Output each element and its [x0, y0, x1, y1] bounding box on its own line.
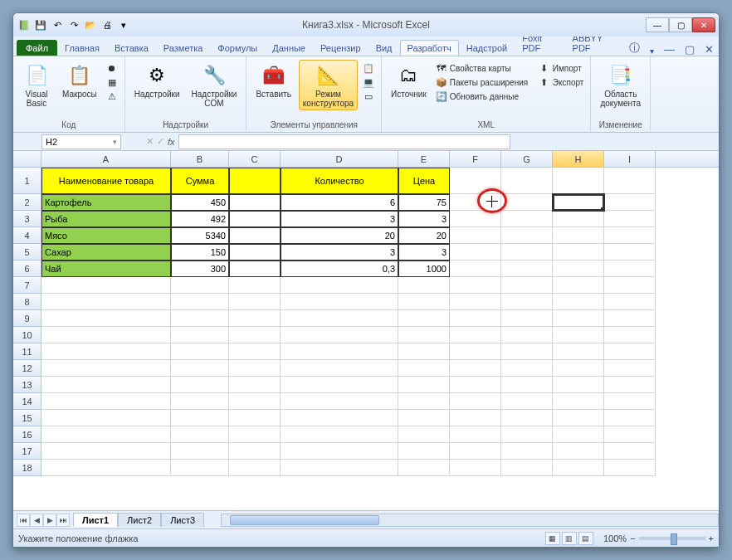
cell-B12[interactable]: [171, 360, 229, 377]
cell-G6[interactable]: [501, 261, 553, 277]
cell-F6[interactable]: [450, 261, 501, 277]
cell-D5[interactable]: 3: [281, 244, 398, 261]
cell-G17[interactable]: [501, 443, 553, 460]
cell-A12[interactable]: [41, 360, 171, 377]
open-icon[interactable]: 📂: [83, 17, 98, 32]
cell-E5[interactable]: 3: [398, 244, 450, 261]
cell-A10[interactable]: [41, 327, 171, 343]
cell-G10[interactable]: [501, 327, 553, 343]
document-panel-button[interactable]: 📑 Область документа: [596, 60, 645, 110]
cell-G1[interactable]: [501, 168, 553, 194]
accept-formula-icon[interactable]: ✓: [157, 136, 164, 147]
cell-D16[interactable]: [281, 426, 398, 443]
print-icon[interactable]: 🖨: [100, 17, 115, 32]
cell-D12[interactable]: [281, 360, 398, 377]
cell-H9[interactable]: [553, 310, 604, 327]
cell-D4[interactable]: 20: [281, 227, 398, 244]
cell-F17[interactable]: [450, 443, 501, 460]
tab-home[interactable]: Главная: [57, 40, 107, 56]
cell-D15[interactable]: [281, 410, 398, 426]
cell-E8[interactable]: [398, 294, 450, 310]
cell-I6[interactable]: [604, 261, 656, 277]
cell-H16[interactable]: [553, 426, 604, 443]
source-button[interactable]: 🗂 Источник: [387, 60, 431, 101]
cell-D2[interactable]: 6: [281, 194, 398, 211]
cell-G3[interactable]: [501, 211, 553, 227]
doc-max-icon[interactable]: ▢: [680, 43, 700, 56]
cell-A14[interactable]: [41, 393, 171, 410]
cell-B10[interactable]: [171, 327, 229, 343]
cell-D7[interactable]: [281, 277, 398, 294]
cell-H4[interactable]: [553, 227, 604, 244]
cell-A5[interactable]: Сахар: [41, 244, 171, 261]
relative-ref-button[interactable]: ▦: [105, 75, 120, 89]
cell-E16[interactable]: [398, 426, 450, 443]
row-header-6[interactable]: 6: [13, 261, 41, 277]
cell-D17[interactable]: [281, 443, 398, 460]
cell-D10[interactable]: [281, 327, 398, 343]
cell-G14[interactable]: [501, 393, 553, 410]
cell-B3[interactable]: 492: [171, 211, 229, 227]
cell-A17[interactable]: [41, 443, 171, 460]
row-header-10[interactable]: 10: [13, 327, 41, 343]
cell-D3[interactable]: 3: [281, 211, 398, 227]
cell-H10[interactable]: [553, 327, 604, 343]
cell-C12[interactable]: [229, 360, 281, 377]
cell-E17[interactable]: [398, 443, 450, 460]
insert-control-button[interactable]: 🧰 Вставить: [251, 60, 295, 101]
view-pagebreak-button[interactable]: ▤: [578, 532, 593, 545]
sheet-tab-2[interactable]: Лист2: [118, 513, 161, 527]
doc-min-icon[interactable]: —: [659, 43, 680, 56]
cell-B9[interactable]: [171, 310, 229, 327]
cell-G11[interactable]: [501, 343, 553, 360]
col-header-F[interactable]: F: [450, 151, 501, 167]
row-header-16[interactable]: 16: [13, 426, 41, 443]
view-normal-button[interactable]: ▦: [545, 532, 560, 545]
cell-E7[interactable]: [398, 277, 450, 294]
cell-G18[interactable]: [501, 460, 553, 476]
cell-A4[interactable]: Мясо: [41, 227, 171, 244]
cell-G12[interactable]: [501, 360, 553, 377]
cell-F14[interactable]: [450, 393, 501, 410]
cell-G2[interactable]: [501, 194, 553, 211]
cell-I1[interactable]: [604, 168, 656, 194]
cell-C9[interactable]: [229, 310, 281, 327]
cell-D14[interactable]: [281, 393, 398, 410]
refresh-data-button[interactable]: 🔄Обновить данные: [434, 90, 534, 103]
cell-F11[interactable]: [450, 343, 501, 360]
cell-B15[interactable]: [171, 410, 229, 426]
cell-I12[interactable]: [604, 360, 656, 377]
cell-E18[interactable]: [398, 460, 450, 476]
cell-A15[interactable]: [41, 410, 171, 426]
tab-file[interactable]: Файл: [17, 40, 57, 56]
cell-F2[interactable]: [450, 194, 501, 211]
map-properties-button[interactable]: 🗺Свойства карты: [434, 61, 534, 75]
sheet-tab-3[interactable]: Лист3: [161, 513, 204, 527]
tab-formulas[interactable]: Формулы: [210, 40, 265, 56]
row-header-3[interactable]: 3: [13, 211, 41, 227]
cell-A2[interactable]: Картофель: [41, 194, 171, 211]
row-header-2[interactable]: 2: [13, 194, 41, 211]
cell-B6[interactable]: 300: [171, 261, 229, 277]
cell-I3[interactable]: [604, 211, 656, 227]
cell-H11[interactable]: [553, 343, 604, 360]
zoom-out-button[interactable]: −: [630, 533, 635, 543]
cell-H7[interactable]: [553, 277, 604, 294]
cell-B2[interactable]: 450: [171, 194, 229, 211]
cell-A8[interactable]: [41, 294, 171, 310]
cell-B13[interactable]: [171, 377, 229, 393]
cell-G7[interactable]: [501, 277, 553, 294]
cell-H8[interactable]: [553, 294, 604, 310]
sheet-nav-first[interactable]: ⏮: [17, 514, 30, 527]
cell-B18[interactable]: [171, 460, 229, 476]
com-addins-button[interactable]: 🔧 Надстройки COM: [188, 60, 242, 110]
cell-H12[interactable]: [553, 360, 604, 377]
cell-H5[interactable]: [553, 244, 604, 261]
cell-B16[interactable]: [171, 426, 229, 443]
cell-B11[interactable]: [171, 343, 229, 360]
cell-H14[interactable]: [553, 393, 604, 410]
formula-input[interactable]: [178, 134, 510, 149]
cell-G4[interactable]: [501, 227, 553, 244]
cell-D11[interactable]: [281, 343, 398, 360]
expansion-packs-button[interactable]: 📦Пакеты расширения: [434, 75, 534, 89]
